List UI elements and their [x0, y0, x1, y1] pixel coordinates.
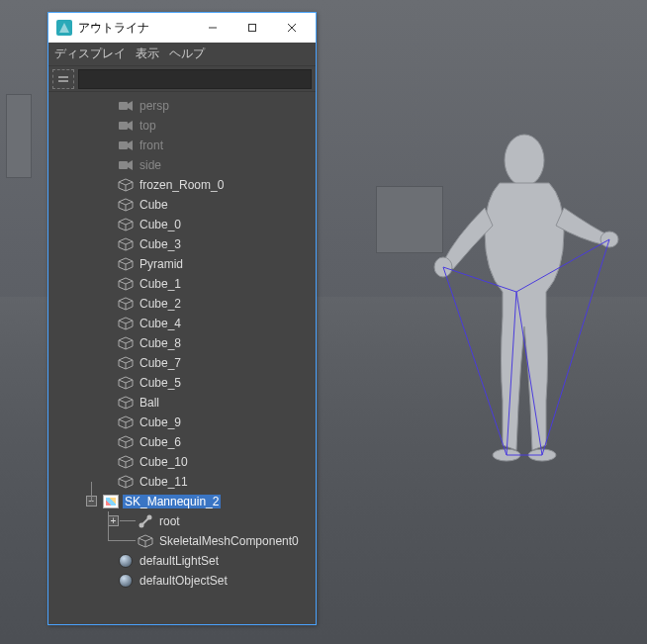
mesh-node-Cube_0[interactable]: Cube_0 — [48, 215, 316, 234]
svg-line-76 — [119, 459, 126, 462]
menu-help[interactable]: ヘルプ — [169, 46, 205, 62]
mesh-node-frozen_Room_0[interactable]: frozen_Room_0 — [48, 175, 316, 195]
mesh-icon — [118, 395, 134, 411]
svg-line-61 — [126, 380, 133, 383]
window-title: アウトライナ — [78, 20, 149, 37]
node-label: Cube_4 — [138, 317, 183, 330]
node-label: Pyramid — [138, 257, 185, 271]
menu-show[interactable]: 表示 — [136, 46, 159, 62]
default-light-set-node[interactable]: defaultLightSet — [48, 551, 316, 571]
svg-line-28 — [119, 222, 126, 225]
camera-icon — [118, 118, 134, 134]
mesh-node-Cube_6[interactable]: Cube_6 — [48, 432, 316, 452]
mesh-icon — [118, 414, 134, 430]
svg-line-40 — [119, 281, 126, 284]
svg-line-49 — [126, 321, 133, 323]
svg-line-20 — [119, 182, 126, 185]
mesh-node-Cube_5[interactable]: Cube_5 — [48, 373, 316, 393]
mesh-icon — [118, 177, 134, 193]
svg-line-56 — [119, 360, 126, 363]
camera-icon — [118, 138, 134, 153]
menu-display[interactable]: ディスプレイ — [54, 46, 126, 62]
node-label: persp — [138, 99, 171, 113]
svg-point-84 — [139, 523, 144, 528]
mesh-node-Cube_4[interactable]: Cube_4 — [48, 314, 316, 333]
node-label: Cube_5 — [138, 376, 183, 390]
mesh-icon — [118, 217, 134, 232]
maximize-button[interactable] — [232, 14, 272, 42]
scene-mannequin — [425, 119, 623, 475]
search-bar — [48, 66, 316, 92]
node-label: Cube_1 — [138, 277, 183, 291]
mesh-node-Cube_10[interactable]: Cube_10 — [48, 452, 316, 472]
node-label: Cube_0 — [138, 218, 183, 231]
svg-line-77 — [126, 459, 133, 462]
expand-toggle[interactable]: + — [108, 515, 119, 526]
mesh-node-Cube_9[interactable]: Cube_9 — [48, 413, 316, 432]
svg-point-0 — [505, 135, 544, 186]
node-label: Cube_10 — [138, 455, 190, 469]
search-mode-icon[interactable] — [52, 69, 74, 89]
camera-node-side[interactable]: side — [48, 155, 316, 175]
svg-marker-14 — [128, 121, 133, 131]
mesh-icon — [118, 236, 134, 252]
mesh-icon — [118, 454, 134, 470]
svg-line-65 — [126, 400, 133, 403]
node-label: Cube_8 — [138, 336, 183, 350]
joint-icon — [138, 513, 153, 529]
svg-line-81 — [126, 479, 133, 482]
node-label: Cube_11 — [138, 475, 190, 489]
minimize-button[interactable] — [193, 14, 232, 42]
svg-line-36 — [119, 261, 126, 264]
mesh-node-Cube[interactable]: Cube — [48, 195, 316, 215]
default-object-set-node[interactable]: defaultObjectSet — [48, 571, 316, 591]
svg-line-73 — [126, 439, 133, 442]
node-label: side — [138, 158, 163, 172]
node-label: Cube_3 — [138, 237, 183, 251]
node-label: Ball — [138, 396, 161, 410]
svg-marker-16 — [128, 140, 133, 150]
camera-icon — [118, 98, 134, 114]
mesh-node-Cube_1[interactable]: Cube_1 — [48, 274, 316, 294]
mesh-node-Cube_7[interactable]: Cube_7 — [48, 353, 316, 373]
node-label: Cube — [138, 198, 170, 212]
svg-rect-10 — [58, 80, 68, 82]
joint-root-node[interactable]: root+ — [48, 511, 316, 531]
camera-node-top[interactable]: top — [48, 116, 316, 136]
camera-node-front[interactable]: front — [48, 136, 316, 155]
object-set-icon — [118, 573, 134, 589]
node-label: Cube_7 — [138, 356, 183, 370]
mesh-node-Cube_11[interactable]: Cube_11 — [48, 472, 316, 492]
svg-line-32 — [119, 241, 126, 244]
skeletal-component-node[interactable]: SkeletalMeshComponent0 — [48, 531, 316, 551]
svg-marker-12 — [128, 101, 133, 111]
svg-line-88 — [145, 538, 152, 541]
node-label: SK_Mannequin_2 — [123, 495, 221, 508]
svg-line-33 — [126, 241, 133, 244]
mesh-node-Ball[interactable]: Ball — [48, 393, 316, 413]
svg-rect-11 — [119, 102, 128, 110]
mesh-icon — [118, 375, 134, 391]
mesh-icon — [118, 256, 134, 272]
node-label: frozen_Room_0 — [138, 178, 226, 192]
skeletal-node[interactable]: SK_Mannequin_2− — [48, 492, 316, 511]
titlebar[interactable]: アウトライナ — [48, 13, 316, 43]
node-label: defaultObjectSet — [138, 574, 230, 588]
search-input[interactable] — [78, 69, 312, 89]
outliner-tree[interactable]: persptopfrontsidefrozen_Room_0CubeCube_0… — [48, 92, 316, 624]
mesh-node-Cube_3[interactable]: Cube_3 — [48, 234, 316, 254]
node-label: Cube_6 — [138, 435, 183, 449]
mesh-node-Pyramid[interactable]: Pyramid — [48, 254, 316, 274]
svg-rect-17 — [119, 161, 128, 169]
mesh-node-Cube_8[interactable]: Cube_8 — [48, 333, 316, 353]
close-button[interactable] — [272, 14, 312, 42]
mesh-icon — [118, 296, 134, 312]
svg-line-21 — [126, 182, 133, 185]
camera-node-persp[interactable]: persp — [48, 96, 316, 116]
svg-line-24 — [119, 202, 126, 205]
mesh-icon — [138, 533, 153, 549]
mesh-node-Cube_2[interactable]: Cube_2 — [48, 294, 316, 314]
node-label: Cube_2 — [138, 297, 183, 311]
node-label: front — [138, 138, 165, 152]
skeletal-mesh-icon — [103, 494, 119, 509]
